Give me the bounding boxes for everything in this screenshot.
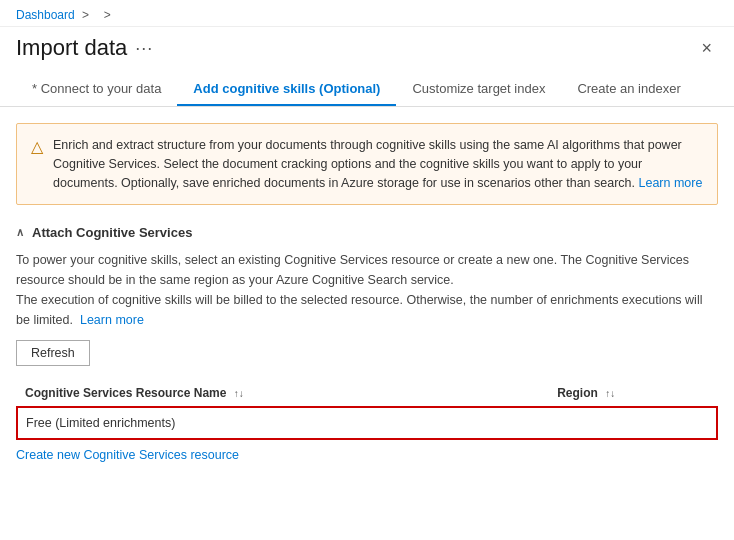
breadcrumb: Dashboard > > [16, 8, 118, 22]
page-header: Import data ··· × [0, 27, 734, 61]
tab-indexer[interactable]: Create an indexer [561, 73, 696, 106]
more-options-icon[interactable]: ··· [135, 38, 153, 59]
tab-connect[interactable]: * Connect to your data [16, 73, 177, 106]
tab-index[interactable]: Customize target index [396, 73, 561, 106]
wizard-tabs: * Connect to your data Add cognitive ski… [0, 61, 734, 107]
learn-more-link[interactable]: Learn more [80, 313, 144, 327]
page-title: Import data [16, 35, 127, 61]
sort-icon-region: ↑↓ [605, 388, 615, 399]
warning-icon: △ [31, 137, 43, 156]
attach-cognitive-section: ∧ Attach Cognitive Services To power you… [16, 225, 718, 462]
create-cognitive-service-link[interactable]: Create new Cognitive Services resource [16, 448, 239, 462]
section-header: ∧ Attach Cognitive Services [16, 225, 718, 240]
section-description: To power your cognitive skills, select a… [16, 250, 718, 330]
cell-resource-name: Free (Limited enrichments) [17, 407, 549, 439]
refresh-button[interactable]: Refresh [16, 340, 90, 366]
close-button[interactable]: × [695, 36, 718, 61]
collapse-chevron[interactable]: ∧ [16, 226, 24, 239]
breadcrumb-dashboard[interactable]: Dashboard [16, 8, 75, 22]
col-region[interactable]: Region ↑↓ [549, 380, 717, 407]
cell-region [549, 407, 717, 439]
banner-text: Enrich and extract structure from your d… [53, 136, 703, 192]
col-resource-name[interactable]: Cognitive Services Resource Name ↑↓ [17, 380, 549, 407]
sort-icon-name: ↑↓ [234, 388, 244, 399]
banner-learn-more-link[interactable]: Learn more [639, 176, 703, 190]
table-row-free[interactable]: Free (Limited enrichments) [17, 407, 717, 439]
tab-cognitive[interactable]: Add cognitive skills (Optional) [177, 73, 396, 106]
section-title: Attach Cognitive Services [32, 225, 192, 240]
resource-table: Cognitive Services Resource Name ↑↓ Regi… [16, 380, 718, 440]
info-banner: △ Enrich and extract structure from your… [16, 123, 718, 205]
main-content: △ Enrich and extract structure from your… [0, 107, 734, 494]
